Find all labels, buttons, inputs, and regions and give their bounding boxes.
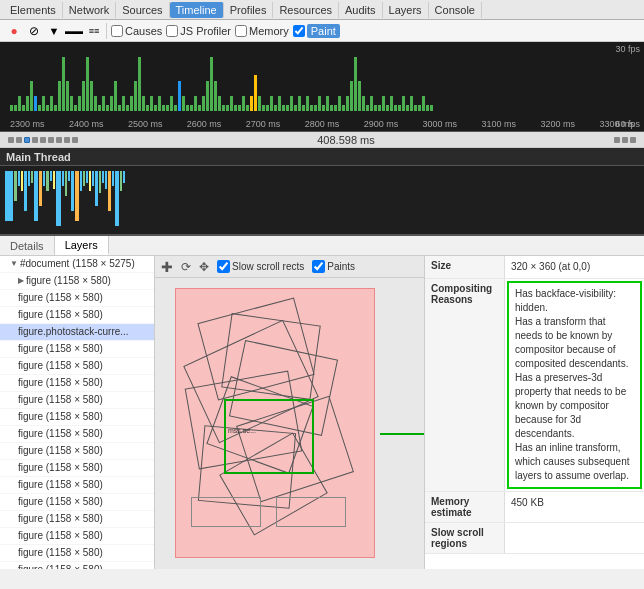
slow-scroll-checkbox[interactable]: Slow scroll rects — [217, 260, 304, 273]
size-row: Size 320 × 360 (at 0,0) — [425, 256, 644, 279]
canvas-toolbar: ✚ ⟳ ✥ Slow scroll rects Paints — [155, 256, 424, 278]
tree-item-figure-6[interactable]: figure (1158 × 580) — [0, 358, 154, 375]
timeline-controls: ● ⊘ ▼ ▬▬ ≡≡ Causes JS Profiler Memory Pa… — [0, 20, 644, 42]
size-value: 320 × 360 (at 0,0) — [505, 256, 644, 278]
devtools-toolbar: Elements Network Sources Timeline Profil… — [0, 0, 644, 20]
tree-item-figure-8[interactable]: figure (1158 × 580) — [0, 392, 154, 409]
compositing-key: Compositing Reasons — [425, 279, 505, 491]
tree-item-figure-7[interactable]: figure (1158 × 580) — [0, 375, 154, 392]
js-profiler-checkbox[interactable]: JS Profiler — [166, 25, 231, 37]
tree-item-figure-13[interactable]: figure (1158 × 580) — [0, 477, 154, 494]
selection-arrow: ▶ — [380, 433, 424, 435]
compositing-reasons-row: Compositing Reasons Has backface-visibil… — [425, 279, 644, 492]
range-handle[interactable] — [56, 137, 62, 143]
record-button[interactable]: ● — [6, 23, 22, 39]
tree-item-figure-16[interactable]: figure (1158 × 580) — [0, 528, 154, 545]
range-handle[interactable] — [32, 137, 38, 143]
filter-button[interactable]: ▼ — [46, 23, 62, 39]
tab-resources[interactable]: Resources — [273, 2, 339, 18]
detail-tab-bar: Details Layers — [0, 236, 644, 256]
range-handle[interactable] — [16, 137, 22, 143]
memory-value: 450 KB — [505, 492, 644, 522]
tab-audits[interactable]: Audits — [339, 2, 383, 18]
range-duration: 408.598 ms — [82, 134, 610, 146]
range-handle[interactable] — [48, 137, 54, 143]
selected-layer-rect — [224, 399, 314, 474]
slow-scroll-row: Slow scroll regions — [425, 523, 644, 554]
memory-checkbox[interactable]: Memory — [235, 25, 289, 37]
tab-profiles[interactable]: Profiles — [224, 2, 274, 18]
tab-sources[interactable]: Sources — [116, 2, 169, 18]
causes-checkbox[interactable]: Causes — [111, 25, 162, 37]
tab-details[interactable]: Details — [0, 236, 55, 255]
timeline-chart[interactable]: 30 fps 60 fps — [0, 42, 644, 132]
timeline-range-bar[interactable]: 408.598 ms — [0, 132, 644, 148]
tab-layers[interactable]: Layers — [55, 236, 109, 255]
layer-tree-panel[interactable]: ▼ #document (1158 × 5275) ▶ figure (1158… — [0, 256, 155, 569]
main-thread-visualization[interactable] — [0, 166, 644, 236]
slow-scroll-key: Slow scroll regions — [425, 523, 505, 553]
paints-checkbox[interactable]: Paints — [312, 260, 355, 273]
tab-timeline[interactable]: Timeline — [170, 2, 224, 18]
tab-layers[interactable]: Layers — [383, 2, 429, 18]
memory-row: Memory estimate 450 KB — [425, 492, 644, 523]
tree-item-figure-5[interactable]: figure (1158 × 580) — [0, 341, 154, 358]
range-handle[interactable] — [40, 137, 46, 143]
properties-panel: Size 320 × 360 (at 0,0) Compositing Reas… — [424, 256, 644, 569]
tree-item-figure-11[interactable]: figure (1158 × 580) — [0, 443, 154, 460]
tree-item-figure-3[interactable]: figure (1158 × 580) — [0, 307, 154, 324]
canvas-panel: ✚ ⟳ ✥ Slow scroll rects Paints — [155, 256, 424, 569]
range-handle[interactable] — [64, 137, 70, 143]
tree-item-figure-9[interactable]: figure (1158 × 580) — [0, 409, 154, 426]
tree-item-figure-2[interactable]: figure (1158 × 580) — [0, 290, 154, 307]
orbit-tool-button[interactable]: ⟳ — [181, 260, 191, 274]
range-right-handle[interactable] — [614, 137, 620, 143]
tree-item-figure-12[interactable]: figure (1158 × 580) — [0, 460, 154, 477]
thread-bar-container — [0, 171, 644, 231]
range-handle-left[interactable] — [8, 137, 14, 143]
slow-scroll-value — [505, 523, 644, 553]
pan-tool-button[interactable]: ✚ — [161, 259, 173, 275]
tree-item-document[interactable]: ▼ #document (1158 × 5275) — [0, 256, 154, 273]
timeline-bars — [10, 51, 634, 111]
paint-checkbox[interactable]: Paint — [293, 24, 340, 38]
move-tool-button[interactable]: ✥ — [199, 260, 209, 274]
bar-view-button[interactable]: ▬▬ — [66, 23, 82, 39]
range-handle-active[interactable] — [24, 137, 30, 143]
compositing-value: Has backface-visibility: hidden. Has a t… — [507, 281, 642, 489]
tab-console[interactable]: Console — [429, 2, 482, 18]
tree-item-figure-14[interactable]: figure (1158 × 580) — [0, 494, 154, 511]
layer-canvas: mss.se... — [175, 288, 375, 558]
tab-network[interactable]: Network — [63, 2, 116, 18]
tree-item-figure-18[interactable]: figure (1158 × 580) — [0, 562, 154, 569]
tree-item-figure-10[interactable]: figure (1158 × 580) — [0, 426, 154, 443]
tree-item-figure-15[interactable]: figure (1158 × 580) — [0, 511, 154, 528]
tab-elements[interactable]: Elements — [4, 2, 63, 18]
clear-button[interactable]: ⊘ — [26, 23, 42, 39]
canvas-area[interactable]: mss.se... ▶ — [155, 278, 424, 569]
size-key: Size — [425, 256, 505, 278]
content-area: ▼ #document (1158 × 5275) ▶ figure (1158… — [0, 256, 644, 569]
tree-item-photostack[interactable]: figure.photostack-curre... — [0, 324, 154, 341]
range-right-handle[interactable] — [630, 137, 636, 143]
range-handle[interactable] — [72, 137, 78, 143]
timeline-time-labels: 2300 ms 2400 ms 2500 ms 2600 ms 2700 ms … — [10, 119, 634, 129]
memory-key: Memory estimate — [425, 492, 505, 522]
detail-view-button[interactable]: ≡≡ — [86, 23, 102, 39]
tree-item-figure-17[interactable]: figure (1158 × 580) — [0, 545, 154, 562]
range-right-handle[interactable] — [622, 137, 628, 143]
main-thread-header: Main Thread — [0, 148, 644, 166]
tree-item-figure-1[interactable]: ▶ figure (1158 × 580) — [0, 273, 154, 290]
